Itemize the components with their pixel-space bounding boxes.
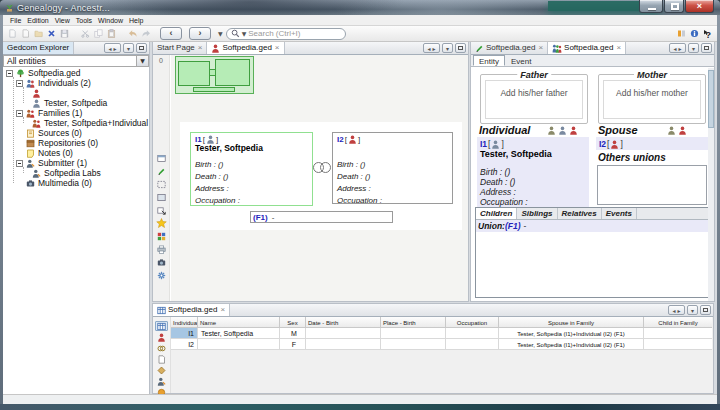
new-file-icon[interactable] (6, 27, 19, 40)
tab-entity[interactable]: Entity (473, 55, 505, 66)
add-mother-button[interactable]: Add his/her mother (603, 80, 701, 119)
tree-item-individual-2[interactable] (3, 88, 149, 98)
maximize-button[interactable] (664, 0, 684, 13)
tab-close-icon[interactable]: × (198, 42, 203, 54)
nav-dropdown[interactable]: ▼ (218, 30, 223, 37)
column-header-name[interactable]: Name (198, 317, 280, 327)
spouse-summary[interactable]: I2 [] (596, 137, 708, 150)
maximize-panel-button[interactable] (700, 305, 711, 315)
tree-view-canvas[interactable]: (F1) - I1 []Tester, SoftpediaBirth : ()D… (171, 55, 468, 301)
column-header-occupation[interactable]: Occupation (446, 317, 499, 327)
cell[interactable] (644, 339, 712, 349)
table-tab-0[interactable]: Softpedia.ged× (153, 304, 230, 316)
tab-list-button[interactable]: ▾ (442, 43, 453, 53)
tab-scroll-buttons[interactable]: ◂ ▸ (423, 43, 440, 53)
cell[interactable]: M (280, 328, 306, 338)
center-tab-1[interactable]: Softpedia.ged× (207, 42, 284, 54)
entity-filter-combobox[interactable]: All entities ▼ (3, 55, 149, 67)
tab-children[interactable]: Children (476, 208, 517, 219)
walk-prev-icon[interactable] (547, 126, 556, 135)
submitters-filter-icon[interactable] (155, 377, 168, 386)
tree-expander[interactable] (16, 80, 23, 87)
cell[interactable] (381, 339, 446, 349)
close-button[interactable]: × (685, 0, 714, 13)
maximize-panel-button[interactable] (136, 43, 147, 53)
menu-item-view[interactable]: View (52, 15, 73, 25)
tree-expander[interactable] (6, 70, 13, 77)
gedcom-explorer-tab-0[interactable]: Gedcom Explorer (3, 42, 74, 54)
tab-list-button[interactable]: ▾ (688, 43, 699, 53)
add-father-button[interactable]: Add his/her father (485, 80, 583, 119)
tree-item-multimedia-0-[interactable]: Multimedia (0) (3, 178, 149, 188)
colors-icon[interactable] (155, 231, 168, 241)
individual-box-i1[interactable]: I1 []Tester, SoftpediaBirth : ()Death : … (190, 132, 313, 206)
maximize-panel-button[interactable] (701, 43, 712, 53)
tree-item-submitter-1-[interactable]: Submitter (1) (3, 158, 149, 168)
close-gedcom-icon[interactable] (45, 27, 58, 40)
tree-expander[interactable] (16, 110, 23, 117)
center-tab-0[interactable]: Start Page× (153, 42, 207, 54)
editor-tab-0[interactable]: Softpedia.ged× (471, 42, 548, 54)
tree-item-notes-0-[interactable]: Notes (0) (3, 148, 149, 158)
column-header-place-birth[interactable]: Place - Birth (381, 317, 446, 327)
edit-mode-icon[interactable] (155, 166, 168, 176)
tab-close-icon[interactable]: × (538, 42, 543, 54)
save-icon[interactable] (58, 27, 71, 40)
tab-list-button[interactable]: ▾ (687, 305, 698, 315)
walk-any-icon[interactable] (558, 126, 567, 135)
cell[interactable]: Tester, Softpedia (I1)+Individual (I2) (… (499, 328, 644, 338)
redo-icon[interactable] (139, 27, 152, 40)
tree-item-tester-softpedia[interactable]: Tester, Softpedia (3, 98, 149, 108)
spouse-sex-icon[interactable] (678, 126, 687, 135)
menu-item-tools[interactable]: Tools (73, 15, 95, 25)
tree-item-softpedia-ged[interactable]: Softpedia.ged (3, 68, 149, 78)
cell[interactable] (306, 328, 381, 338)
tab-scroll-buttons[interactable]: ◂ ▸ (668, 305, 685, 315)
tab-scroll-buttons[interactable]: ◂ ▸ (104, 43, 121, 53)
menu-item-window[interactable]: Window (95, 15, 126, 25)
column-header-date-birth[interactable]: Date - Birth (306, 317, 381, 327)
menu-item-edition[interactable]: Edition (24, 15, 51, 25)
tab-list-button[interactable]: ▾ (123, 43, 134, 53)
tab-scroll-buttons[interactable]: ◂ ▸ (669, 43, 686, 53)
menu-item-file[interactable]: File (7, 15, 24, 25)
box-arrow-icon[interactable] (155, 205, 168, 215)
tree-item-tester-softpedia-individual[interactable]: Tester, Softpedia+Individual (3, 118, 149, 128)
print-icon[interactable] (155, 244, 168, 254)
union-row[interactable]: Union: (F1) - (476, 220, 708, 232)
cell[interactable]: I2 (171, 339, 198, 349)
cell[interactable] (644, 328, 712, 338)
tree-item-families-1-[interactable]: Families (1) (3, 108, 149, 118)
tab-events[interactable]: Events (602, 208, 637, 219)
cut-icon[interactable] (79, 27, 92, 40)
copy-icon[interactable] (92, 27, 105, 40)
notes-filter-icon[interactable] (155, 355, 168, 364)
bookmark-star-icon[interactable] (155, 218, 168, 228)
undo-icon[interactable] (126, 27, 139, 40)
tree-item-individuals-2-[interactable]: Individuals (2) (3, 78, 149, 88)
tab-close-icon[interactable]: × (616, 42, 621, 54)
cell[interactable] (381, 328, 446, 338)
combobox-arrow[interactable]: ▼ (136, 56, 148, 66)
settings-gear-icon[interactable] (155, 270, 168, 280)
tree-item-softpedia-labs[interactable]: Softpedia Labs (3, 168, 149, 178)
help-icon[interactable]: ? (703, 29, 713, 39)
maximize-panel-button[interactable] (455, 43, 466, 53)
table-row-i1[interactable]: I1Tester, SoftpediaMTester, Softpedia (I… (171, 328, 712, 339)
others-unions-box[interactable] (597, 165, 707, 205)
box-filled-icon[interactable] (155, 192, 168, 202)
tree-expander[interactable] (16, 160, 23, 167)
family-box[interactable]: (F1) - (250, 211, 393, 223)
cell[interactable]: F (280, 339, 306, 349)
forward-button[interactable]: › (189, 27, 211, 40)
tree-item-repositories-0-[interactable]: Repositories (0) (3, 138, 149, 148)
new-page-icon[interactable] (19, 27, 32, 40)
editor-tab-1[interactable]: Softpedia.ged× (548, 42, 626, 54)
column-header-sex[interactable]: Sex (280, 317, 306, 327)
individuals-filter-icon[interactable] (155, 333, 168, 342)
column-header-individual[interactable]: Individual (171, 317, 198, 327)
swap-spouse-icon[interactable] (667, 126, 676, 135)
individual-box-i2[interactable]: I2 []Birth : ()Death : ()Address :Occupa… (332, 132, 453, 204)
menu-item-help[interactable]: Help (126, 15, 146, 25)
tab-close-icon[interactable]: × (275, 42, 280, 54)
